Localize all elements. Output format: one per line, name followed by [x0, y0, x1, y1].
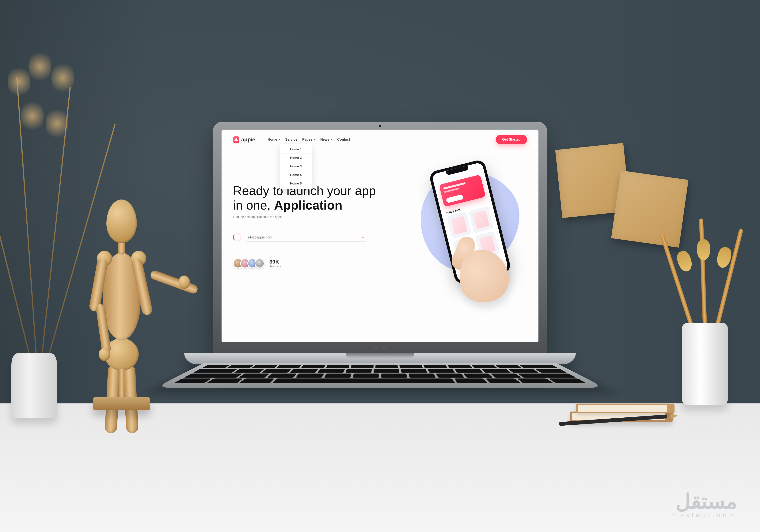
- dropdown-item[interactable]: Home 1: [280, 145, 312, 154]
- brand-name: appie.: [241, 137, 257, 143]
- watermark: مستقل mostaql.com: [671, 489, 737, 519]
- nav-item-home[interactable]: Home: [268, 138, 280, 142]
- brush-cup: [675, 259, 735, 405]
- scene-room: appie. Home Service Pages: [0, 0, 760, 532]
- laptop-screen: appie. Home Service Pages: [221, 129, 539, 342]
- watermark-arabic: مستقل: [671, 489, 737, 513]
- avatar: [255, 259, 264, 268]
- nav-item-pages[interactable]: Pages: [302, 138, 315, 142]
- nav-item-service[interactable]: Service: [285, 138, 297, 142]
- phone-feature-card: [439, 174, 486, 207]
- laptop-lid: appie. Home Service Pages: [213, 121, 547, 354]
- hero: Ready to launch your app in one, Applica…: [221, 146, 539, 342]
- dropdown-item[interactable]: Home 4: [280, 171, 312, 179]
- phone-tile: [469, 206, 494, 233]
- feedback-text: 30K Feedback: [269, 259, 281, 268]
- nav-label: Contact: [337, 138, 350, 142]
- laptop-brand-text: — · —: [374, 346, 387, 351]
- brand-logo[interactable]: appie.: [233, 136, 257, 143]
- laptop-keyboard: [203, 363, 557, 420]
- wooden-mannequin: [72, 49, 171, 411]
- feedback-stat: 30K Feedback: [233, 259, 388, 268]
- phone-notch: [446, 166, 469, 175]
- hero-line2-pre: in one,: [233, 198, 274, 212]
- laptop: appie. Home Service Pages: [184, 121, 576, 420]
- input-underline: [246, 241, 366, 242]
- nav-item-news[interactable]: News: [320, 138, 332, 142]
- arrow-right-icon: →: [361, 235, 365, 240]
- nav-label: Service: [285, 138, 297, 142]
- chevron-down-icon: [278, 139, 280, 140]
- dropdown-item[interactable]: Home 3: [280, 162, 312, 171]
- laptop-deck: [184, 354, 576, 364]
- home-dropdown: Home 1 Home 2 Home 3 Home 4 Home 5: [280, 144, 312, 189]
- loading-spinner-icon: [233, 233, 241, 241]
- nav-menu: Home Service Pages News: [268, 138, 350, 142]
- dropdown-item[interactable]: Home 2: [280, 154, 312, 162]
- webcam-dot: [379, 124, 381, 127]
- chevron-down-icon: [330, 139, 332, 140]
- feedback-count: 30K: [269, 259, 281, 265]
- site-root: appie. Home Service Pages: [221, 129, 539, 342]
- chevron-down-icon: [313, 139, 315, 140]
- avatar-stack: [233, 259, 264, 268]
- site-nav: appie. Home Service Pages: [221, 129, 539, 146]
- hand-holding-phone: [440, 230, 519, 310]
- email-capture: →: [233, 232, 366, 243]
- hero-subtitle: Find the best application in the appie.: [233, 215, 388, 219]
- feedback-label: Feedback: [269, 265, 281, 268]
- submit-arrow-button[interactable]: →: [360, 234, 366, 241]
- sticky-note: [611, 170, 689, 248]
- watermark-latin: mostaql.com: [671, 511, 737, 519]
- nav-label: News: [320, 138, 329, 142]
- nav-label: Pages: [302, 138, 312, 142]
- hero-line2-bold: Application: [274, 198, 342, 212]
- dried-plant-vase: [0, 285, 69, 418]
- get-started-button[interactable]: Get Started: [496, 135, 527, 144]
- hero-visual: Today Task: [392, 151, 527, 342]
- brand-mark-icon: [233, 136, 239, 143]
- dropdown-item[interactable]: Home 5: [280, 179, 312, 188]
- nav-label: Home: [268, 138, 277, 142]
- nav-item-contact[interactable]: Contact: [337, 138, 350, 142]
